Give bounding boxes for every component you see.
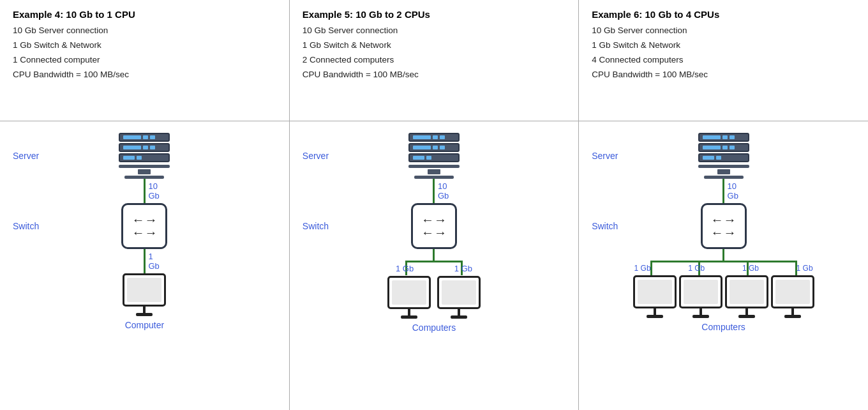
- server-rack-2: [119, 143, 170, 152]
- computer-4: [771, 275, 814, 318]
- computer-2: [437, 276, 481, 319]
- example6-10gb-label: 10 Gb: [728, 181, 738, 201]
- example5-diagram: Server: [290, 128, 578, 333]
- monitor-outer: [437, 276, 481, 309]
- monitor-outer: [771, 275, 814, 308]
- branch-h: [405, 261, 463, 262]
- example4-10gb-label: 10 Gb: [148, 181, 159, 201]
- server-stand: [428, 169, 440, 174]
- arrow-row-1: ← →: [421, 213, 447, 226]
- example5-title: Example 5: 10 Gb to 2 CPUs: [303, 9, 565, 20]
- server-base: [698, 165, 749, 168]
- example5-spec3: CPU Bandwidth = 100 MB/sec: [303, 68, 565, 82]
- server-rack-1: [408, 133, 460, 142]
- example4-switch-row: Switch ← → ← →: [0, 203, 289, 249]
- monitor-outer: [725, 275, 768, 308]
- monitor-stand-v: [408, 309, 410, 315]
- server-rack-3: [119, 153, 170, 162]
- arrow-row-1: ← →: [131, 213, 157, 226]
- example5-computers: [387, 276, 481, 319]
- right-arrow2: →: [724, 226, 737, 239]
- server-base: [119, 165, 170, 168]
- example6-1gb-labels: 1 Gb 1 Gb 1 Gb 1 Gb: [634, 264, 813, 273]
- example4-10gb-vline: [144, 179, 146, 203]
- server-stand: [138, 169, 151, 174]
- monitor-stand-h: [784, 315, 801, 318]
- main-layout: Example 4: 10 Gb to 1 CPU 10 Gb Server c…: [0, 0, 868, 410]
- example5-10gb-label: 10 Gb: [438, 181, 449, 201]
- rack-dot: [123, 146, 141, 149]
- monitor-stand-v: [458, 309, 460, 315]
- example5-server-label: Server: [303, 151, 329, 161]
- rack-dot: [433, 135, 438, 139]
- rack-dot: [143, 135, 148, 139]
- server-rack-3: [698, 153, 749, 162]
- rack-dot: [703, 135, 721, 139]
- example5-branch: 1 Gb 1 Gb: [387, 249, 481, 333]
- rack-dot: [123, 156, 135, 160]
- monitor-screen: [392, 280, 426, 305]
- example4-server-icon: [119, 133, 170, 179]
- branch-h: [650, 261, 797, 262]
- monitor-outer: [633, 275, 677, 308]
- rack-dot: [137, 156, 142, 160]
- server-rack-2: [698, 143, 749, 152]
- server-rack-1: [119, 133, 170, 142]
- example4-1gb-vline: [144, 249, 146, 273]
- example4-switch-label: Switch: [13, 221, 39, 231]
- monitor-stand-v: [745, 308, 748, 315]
- monitor-stand-v: [700, 308, 702, 315]
- left-arrow: ←: [131, 213, 144, 226]
- example5-spec0: 10 Gb Server connection: [303, 24, 565, 38]
- example4-spec1: 1 Gb Switch & Network: [13, 38, 276, 53]
- monitor-stand-h: [401, 315, 417, 319]
- computer-1: [387, 276, 431, 319]
- branch-v-top: [433, 249, 435, 261]
- monitor-stand-h: [692, 315, 709, 318]
- example5-1gb-left: 1 Gb: [396, 264, 414, 273]
- rack-dot: [433, 146, 438, 149]
- rack-dot: [123, 135, 141, 139]
- specs-row: Example 4: 10 Gb to 1 CPU 10 Gb Server c…: [0, 0, 868, 121]
- example6-branch: 1 Gb 1 Gb 1 Gb 1 Gb: [633, 249, 814, 332]
- example5-diagram-cell: Server: [289, 121, 578, 410]
- monitor-screen: [638, 280, 672, 304]
- example4-specs-cell: Example 4: 10 Gb to 1 CPU 10 Gb Server c…: [0, 0, 289, 121]
- example6-switch-row: Switch ← → ← →: [579, 203, 868, 249]
- example6-specs-cell: Example 6: 10 Gb to 4 CPUs 10 Gb Server …: [579, 0, 868, 121]
- left-arrow2: ←: [131, 226, 144, 239]
- monitor-screen: [442, 280, 476, 305]
- example5-spec2: 2 Connected computers: [303, 53, 565, 68]
- example4-title: Example 4: 10 Gb to 1 CPU: [13, 9, 276, 20]
- example6-switch-icon: ← → ← →: [701, 203, 747, 249]
- left-arrow: ←: [421, 213, 434, 226]
- arrow-row-2: ← →: [131, 226, 157, 239]
- example4-spec2: 1 Connected computer: [13, 53, 276, 68]
- example4-diagram: Server: [0, 128, 289, 330]
- example5-server-icon: [408, 133, 460, 179]
- example4-computer: [123, 273, 166, 316]
- example5-server-row: Server: [290, 133, 578, 179]
- example6-spec1: 1 Gb Switch & Network: [592, 38, 855, 53]
- arrow-row-1: ← →: [711, 213, 737, 226]
- example5-switch-label: Switch: [303, 221, 329, 231]
- example6-diagram: Server: [579, 128, 868, 332]
- monitor-outer: [679, 275, 722, 308]
- rack-dot: [730, 146, 735, 149]
- example6-switch-label: Switch: [592, 221, 618, 231]
- example5-1gb-right: 1 Gb: [454, 264, 472, 273]
- monitor-stand-h: [136, 313, 153, 316]
- example5-switch-row: Switch ← → ← →: [290, 203, 578, 249]
- example6-1gb-1: 1 Gb: [688, 264, 705, 273]
- example6-server-label: Server: [592, 151, 618, 161]
- example4-client-label: Computer: [125, 320, 164, 330]
- left-arrow2: ←: [711, 226, 724, 239]
- monitor-screen: [684, 280, 718, 304]
- monitor-stand-h: [451, 315, 467, 319]
- example5-spec1: 1 Gb Switch & Network: [303, 38, 565, 53]
- example4-diagram-cell: Server: [0, 121, 289, 410]
- arrow-row-2: ← →: [711, 226, 737, 239]
- example5-1gb-labels: 1 Gb 1 Gb: [396, 264, 472, 273]
- example6-computers: [633, 275, 814, 318]
- rack-dot: [440, 135, 445, 139]
